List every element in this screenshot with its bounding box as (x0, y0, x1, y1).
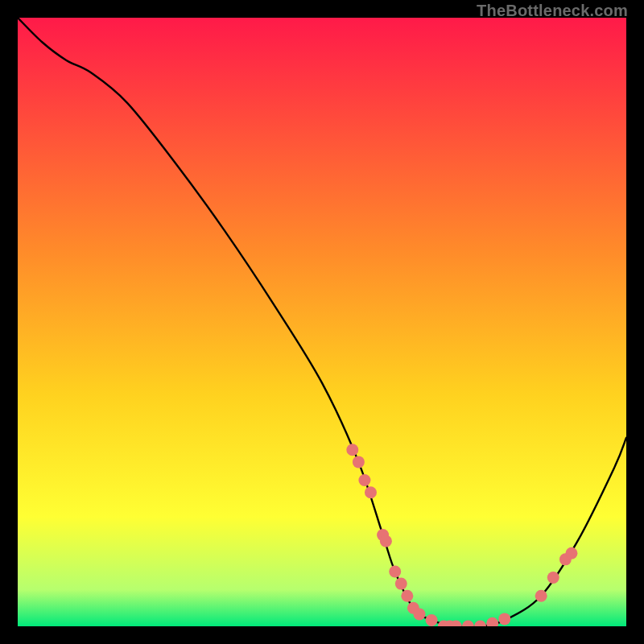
marker-point (380, 535, 392, 547)
marker-point (353, 456, 365, 468)
marker-point (389, 565, 401, 577)
marker-point (358, 474, 370, 486)
marker-point (413, 608, 425, 620)
marker-point (426, 614, 438, 626)
marker-point (547, 572, 559, 584)
marker-point (401, 590, 413, 602)
chart-svg (18, 18, 626, 626)
plot-area (18, 18, 626, 626)
chart-container: TheBottleneck.com (0, 0, 644, 644)
marker-point (565, 547, 577, 559)
marker-point (498, 613, 510, 625)
marker-point (535, 590, 547, 602)
gradient-background (18, 18, 626, 626)
marker-point (346, 444, 358, 456)
marker-point (365, 486, 377, 498)
marker-point (395, 578, 407, 590)
